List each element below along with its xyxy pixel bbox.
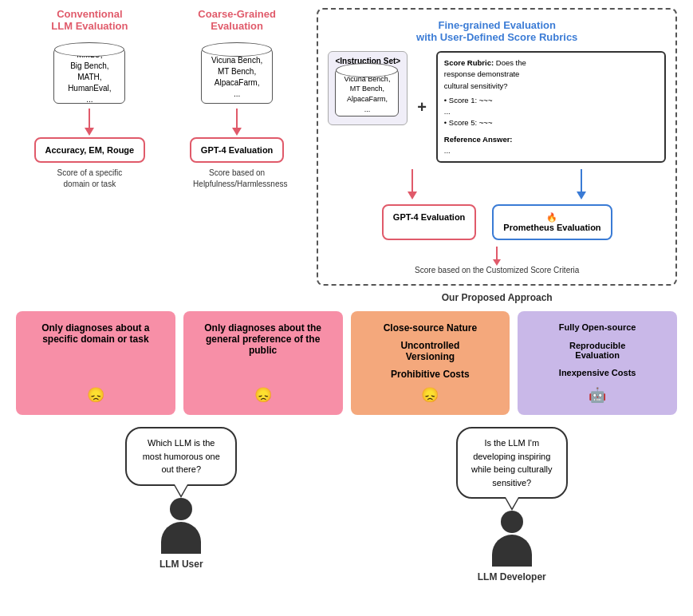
user-head	[170, 498, 192, 520]
coarse-title: Coarse-GrainedEvaluation	[198, 8, 276, 32]
coarse-col: Coarse-GrainedEvaluation Vicuna Bench,MT…	[163, 8, 311, 303]
card1-text: Only diagnoses about a specific domain o…	[24, 322, 167, 345]
card4-line2: ReproducibleEvaluation	[569, 341, 625, 360]
prometheus-arrow-head	[577, 192, 586, 199]
reference-dots: ...	[444, 145, 658, 156]
conventional-result: Accuracy, EM, Rouge	[34, 137, 146, 163]
prometheus-emoji: 🔥	[546, 212, 557, 222]
prometheus-arrow-line	[581, 169, 582, 192]
card-general: Only diagnoses about the general prefere…	[183, 311, 343, 415]
gpt4-arrow-line	[411, 169, 413, 192]
card-closesource: Close-source Nature UncontrolledVersioni…	[351, 311, 510, 415]
card3-line3: Prohibitive Costs	[391, 369, 470, 380]
card2-text: Only diagnoses about the general prefere…	[191, 322, 335, 356]
developer-head	[501, 511, 523, 533]
plus-sign: +	[414, 98, 430, 116]
card-opensource: Fully Open-source ReproducibleEvaluation…	[518, 311, 677, 415]
prometheus-box: 🔥 Prometheus Evaluation	[492, 204, 612, 240]
fg-gpt4-box: GPT-4 Evaluation	[382, 204, 476, 240]
card3-line2: UncontrolledVersioning	[400, 340, 459, 362]
fine-grained-title: Fine-grained Evaluationwith User-Defined…	[328, 19, 666, 43]
fg-datasets: Vicuna Bench,MT Bench,AlpacaFarm,...	[345, 71, 391, 114]
coarse-result: GPT-4 Evaluation	[190, 137, 284, 163]
top-columns: ConventionalLLM Evaluation MMLU,Big Benc…	[16, 8, 677, 303]
card-domain: Only diagnoses about a specific domain o…	[16, 311, 175, 415]
coarse-score-label: Score based on Helpfulness/Harmlessness	[193, 168, 281, 190]
main-diagram: ConventionalLLM Evaluation MMLU,Big Benc…	[0, 0, 693, 590]
coarse-cylinder: Vicuna Bench,MT Bench,AlpacaFarm,...	[201, 48, 273, 104]
card1-emoji: 😞	[87, 386, 104, 404]
fg-top: <Instruction Set> Vicuna Bench,MT Bench,…	[328, 51, 666, 163]
card3-emoji: 😞	[421, 386, 439, 404]
rubric-dots1: ...	[444, 106, 658, 117]
custom-arrow-line	[496, 247, 498, 259]
arrow-line	[89, 109, 90, 128]
gpt4-arrow-head	[408, 192, 417, 199]
fg-eval-row: GPT-4 Evaluation 🔥 Prometheus Evaluation	[328, 204, 666, 240]
rubric-title: Score Rubric: Does theresponse demonstra…	[444, 57, 658, 92]
llm-developer-label: LLM Developer	[478, 571, 546, 582]
fg-cylinder: Vicuna Bench,MT Bench,AlpacaFarm,...	[335, 69, 399, 116]
developer-body	[492, 535, 532, 567]
coarse-datasets: Vicuna Bench,MT Bench,AlpacaFarm,...	[211, 52, 262, 100]
developer-bubble-text: Is the LLM I'm developing inspiring whil…	[471, 438, 553, 488]
user-figure	[161, 498, 201, 554]
reference-answer-label: Reference Answer:	[444, 134, 658, 145]
card4-line3: Inexpensive Costs	[559, 368, 636, 377]
conventional-score-label: Score of a specific domain or task	[45, 168, 133, 190]
conventional-col: ConventionalLLM Evaluation MMLU,Big Benc…	[16, 8, 163, 303]
customized-score-label: Score based on the Customized Score Crit…	[328, 247, 666, 274]
arrow-head	[232, 128, 242, 136]
fine-grained-col: Fine-grained Evaluationwith User-Defined…	[317, 8, 677, 303]
custom-arrow-head	[493, 259, 501, 266]
conventional-datasets: MMLU,Big Bench,MATH,HumanEval,...	[68, 46, 111, 105]
llm-user-col: Which LLM is the most humorous one out t…	[16, 427, 347, 570]
conventional-arrow	[85, 109, 94, 136]
our-proposed-label: Our Proposed Approach	[317, 292, 677, 303]
prometheus-arrow-col	[577, 169, 586, 199]
user-section: Which LLM is the most humorous one out t…	[16, 427, 677, 582]
card2-emoji: 😞	[254, 386, 272, 404]
left-columns: ConventionalLLM Evaluation MMLU,Big Benc…	[16, 8, 310, 303]
arrow-line	[236, 109, 238, 128]
instr-container: <Instruction Set> Vicuna Bench,MT Bench,…	[328, 51, 408, 125]
fg-arrows-row	[328, 169, 666, 199]
conventional-title: ConventionalLLM Evaluation	[51, 8, 128, 32]
card4-emoji: 🤖	[589, 386, 606, 404]
user-bubble-text: Which LLM is the most humorous one out t…	[143, 438, 220, 474]
rubric-score1: • Score 1: ~~~	[444, 95, 658, 106]
arrow-head	[85, 128, 94, 136]
rubric-score5: • Score 5: ~~~	[444, 117, 658, 128]
developer-speech-bubble: Is the LLM I'm developing inspiring whil…	[456, 427, 568, 499]
score-rubric-box: Score Rubric: Does theresponse demonstra…	[436, 51, 666, 163]
conventional-cylinder: MMLU,Big Bench,MATH,HumanEval,...	[53, 48, 125, 104]
rubric-bold-label: Score Rubric:	[444, 58, 494, 67]
developer-figure	[492, 511, 532, 567]
card3-line1: Close-source Nature	[384, 322, 477, 334]
user-speech-bubble: Which LLM is the most humorous one out t…	[125, 427, 237, 486]
coarse-arrow	[232, 109, 242, 136]
bottom-cards: Only diagnoses about a specific domain o…	[16, 311, 677, 415]
llm-developer-col: Is the LLM I'm developing inspiring whil…	[347, 427, 678, 582]
llm-user-label: LLM User	[159, 559, 203, 570]
fine-grained-box: Fine-grained Evaluationwith User-Defined…	[317, 8, 677, 286]
user-body	[161, 522, 201, 554]
instruction-set-box: <Instruction Set> Vicuna Bench,MT Bench,…	[328, 51, 408, 125]
gpt4-arrow-col	[408, 169, 417, 199]
card4-line1: Fully Open-source	[559, 322, 636, 332]
